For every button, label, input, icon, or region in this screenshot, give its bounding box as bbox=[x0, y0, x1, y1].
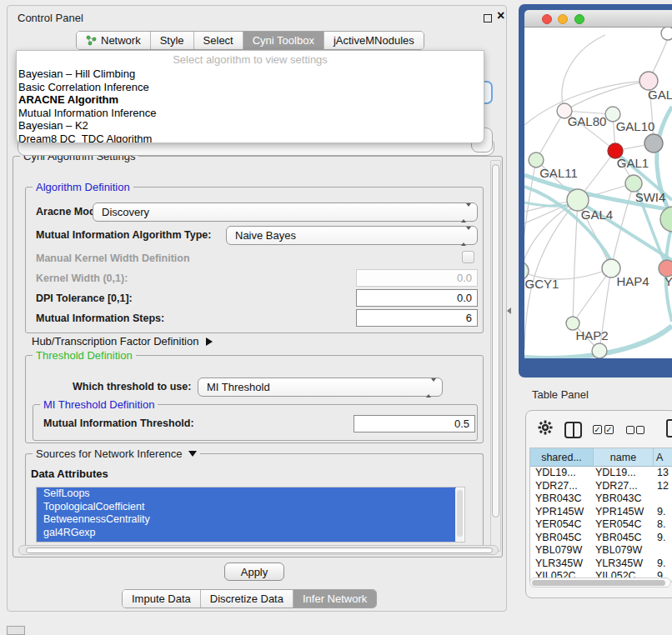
clipped-toolbar-icon[interactable] bbox=[666, 419, 672, 438]
network-view-window: GALGAL80GAL10GAL1GAL11SWI4GAL4GCY1HAP4YH… bbox=[519, 4, 672, 378]
algorithm-option-bayesian-k2[interactable]: Bayesian – K2 bbox=[17, 119, 484, 132]
minimize-traffic-light[interactable] bbox=[558, 14, 568, 24]
mi-threshold-field[interactable]: 0.5 bbox=[354, 415, 475, 432]
network-icon bbox=[86, 35, 97, 46]
data-attributes-list: SelfLoopsTopologicalCoefficientBetweenne… bbox=[36, 487, 465, 542]
settings-horizontal-scrollbar[interactable] bbox=[18, 545, 499, 555]
mi-steps-field[interactable]: 6 bbox=[356, 309, 478, 327]
manual-kernel-width-checkbox bbox=[462, 251, 474, 263]
show-columns-icon[interactable] bbox=[564, 422, 582, 438]
algorithm-option-aracne-algorithm[interactable]: ARACNE Algorithm bbox=[17, 93, 484, 107]
tab-style[interactable]: Style bbox=[150, 32, 193, 49]
table-row[interactable]: YER054CYER054C8. bbox=[530, 518, 672, 532]
attributes-scrollbar[interactable] bbox=[455, 488, 464, 542]
algorithm-option-dream8-dc-tdc-algorithm[interactable]: Dream8 DC_TDC Algorithm bbox=[17, 132, 484, 143]
scrollbar-thumb[interactable] bbox=[26, 548, 493, 553]
zoom-traffic-light[interactable] bbox=[574, 14, 584, 24]
table-row[interactable]: YPR145WYPR145W9. bbox=[530, 506, 672, 519]
network-node[interactable] bbox=[660, 207, 672, 232]
network-node[interactable] bbox=[625, 175, 642, 192]
table-cell: YBR045C bbox=[530, 532, 594, 545]
table-cell: 9. bbox=[654, 506, 672, 519]
close-traffic-light[interactable] bbox=[542, 14, 552, 24]
table-cell: YBR043C bbox=[594, 492, 654, 506]
clipped-selection bbox=[37, 539, 456, 542]
table-horizontal-scrollbar[interactable] bbox=[529, 578, 671, 588]
aracne-mode-value: Discovery bbox=[102, 206, 149, 218]
sources-title: Sources for Network Inference bbox=[36, 448, 183, 460]
table-row[interactable]: YBL079WYBL079W bbox=[530, 544, 672, 558]
tab-label: Select bbox=[203, 34, 233, 47]
splitter-handle[interactable] bbox=[507, 308, 511, 314]
restore-icon[interactable] bbox=[484, 14, 492, 22]
data-attribute-item[interactable]: TopologicalCoefficient bbox=[37, 501, 456, 514]
network-edge bbox=[536, 111, 564, 160]
tab-impute-data[interactable]: Impute Data bbox=[123, 590, 200, 608]
table-cell: 12 bbox=[654, 480, 672, 493]
threshold-definition-title: Threshold Definition bbox=[33, 349, 136, 362]
tab-infer-network[interactable]: Infer Network bbox=[293, 590, 376, 608]
tab-select[interactable]: Select bbox=[193, 32, 243, 49]
scrollbar-thumb[interactable] bbox=[532, 580, 665, 586]
which-threshold-combo[interactable]: MI Threshold bbox=[198, 378, 443, 397]
table-row[interactable]: YLR345WYLR345W9. bbox=[530, 558, 672, 571]
column-header-a[interactable]: A bbox=[654, 448, 672, 466]
deselect-all-checkbox-icon[interactable] bbox=[636, 426, 644, 434]
combo-arrows-icon bbox=[426, 382, 436, 394]
data-attribute-item[interactable]: SelfLoops bbox=[37, 488, 456, 501]
column-header-name[interactable]: name bbox=[594, 448, 654, 466]
table-row[interactable]: YDR27...YDR27...12 bbox=[530, 480, 672, 493]
table-cell: YPR145W bbox=[594, 506, 654, 519]
table-row[interactable]: YBR045CYBR045C9. bbox=[530, 532, 672, 545]
aracne-mode-combo[interactable]: Discovery bbox=[93, 202, 478, 222]
manual-kernel-width-label: Manual Kernel Width Definition bbox=[36, 252, 190, 264]
data-attribute-item[interactable]: BetweennessCentrality bbox=[37, 513, 456, 527]
mi-algorithm-type-combo[interactable]: Naive Bayes bbox=[226, 226, 478, 245]
tab-label: Network bbox=[101, 34, 141, 47]
mi-algorithm-type-value: Naive Bayes bbox=[235, 229, 296, 242]
network-window-titlebar[interactable] bbox=[524, 10, 672, 28]
tab-discretize-data[interactable]: Discretize Data bbox=[200, 590, 293, 608]
sources-title-row[interactable]: Sources for Network Inference bbox=[33, 448, 200, 460]
node-label: HAP2 bbox=[575, 328, 608, 342]
tab-label: Infer Network bbox=[303, 592, 367, 605]
select-all-checkbox-icon[interactable]: ✓ bbox=[604, 425, 614, 434]
table-cell: 13 bbox=[654, 467, 672, 480]
dpi-tolerance-field[interactable]: 0.0 bbox=[356, 289, 478, 307]
network-canvas[interactable]: GALGAL80GAL10GAL1GAL11SWI4GAL4GCY1HAP4YH… bbox=[524, 28, 672, 358]
tab-jactivemnodules[interactable]: jActiveMNodules bbox=[323, 32, 424, 49]
select-all-checkbox-icon[interactable]: ✓ bbox=[593, 425, 602, 434]
threshold-definition-group: Threshold Definition Which threshold to … bbox=[25, 355, 484, 443]
hub-definition-label: Hub/Transcription Factor Definition bbox=[32, 335, 198, 348]
data-attribute-item[interactable]: gal4RGexp bbox=[37, 527, 456, 540]
apply-button[interactable]: Apply bbox=[224, 562, 284, 581]
table-row[interactable]: YDL19...YDL19...13 bbox=[530, 467, 672, 480]
mi-steps-label: Mutual Information Steps: bbox=[36, 312, 164, 324]
node-table: shared...nameA YDL19...YDL19...13YDR27..… bbox=[529, 448, 672, 582]
column-header-shared[interactable]: shared... bbox=[530, 448, 594, 466]
algorithm-option-bayesian-hill-climbing[interactable]: Bayesian – Hill Climbing bbox=[17, 68, 484, 81]
network-node[interactable] bbox=[592, 343, 607, 358]
scrollbar-thumb[interactable] bbox=[492, 164, 499, 518]
tab-cyni-toolbox[interactable]: Cyni Toolbox bbox=[243, 32, 323, 49]
close-icon[interactable]: × bbox=[497, 8, 504, 23]
table-panel-title: Table Panel bbox=[532, 388, 589, 401]
gear-icon[interactable] bbox=[538, 420, 553, 435]
algorithm-option-basic-correlation-inference[interactable]: Basic Correlation Inference bbox=[17, 81, 484, 94]
algorithm-option-mutual-information-inference[interactable]: Mutual Information Inference bbox=[17, 107, 484, 120]
control-panel: Control Panel × NetworkStyleSelectCyni T… bbox=[7, 5, 507, 612]
settings-vertical-scrollbar[interactable] bbox=[490, 160, 501, 552]
bottom-tabs: Impute DataDiscretize DataInfer Network bbox=[122, 589, 377, 608]
tab-label: jActiveMNodules bbox=[333, 34, 414, 47]
node-label: GAL80 bbox=[568, 114, 607, 128]
deselect-all-checkbox-icon[interactable] bbox=[626, 426, 634, 434]
tab-network[interactable]: Network bbox=[77, 32, 150, 49]
hub-definition-toggle[interactable]: Hub/Transcription Factor Definition bbox=[32, 335, 213, 348]
table-row[interactable]: YBR043CYBR043C bbox=[530, 492, 672, 506]
network-node[interactable] bbox=[644, 134, 663, 152]
table-cell: 8. bbox=[654, 518, 672, 532]
table-cell: 9. bbox=[654, 558, 672, 571]
algorithm-definition-group: Algorithm Definition Aracne Mode: Discov… bbox=[25, 187, 484, 333]
network-node[interactable] bbox=[661, 28, 672, 40]
mi-threshold-label: Mutual Information Threshold: bbox=[43, 418, 194, 429]
